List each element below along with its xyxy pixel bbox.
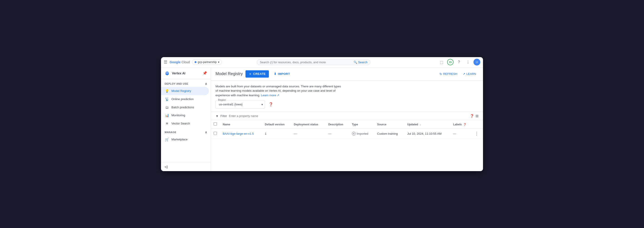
vector-search-icon: ✳ bbox=[165, 122, 169, 126]
row-checkbox[interactable] bbox=[214, 132, 217, 135]
select-all-checkbox[interactable] bbox=[214, 123, 217, 126]
create-plus-icon: ＋ bbox=[249, 72, 252, 76]
table-row: BAAI-bge-large-en-v1.5 1 — — bbox=[211, 129, 483, 139]
create-button[interactable]: ＋ CREATE bbox=[246, 70, 269, 78]
user-avatar[interactable]: U bbox=[474, 59, 480, 66]
sidebar-item-monitoring-label: Monitoring bbox=[172, 113, 185, 117]
view-toggle-icon[interactable]: ⊞ bbox=[476, 114, 478, 118]
region-label: Region bbox=[218, 98, 226, 101]
filter-input[interactable] bbox=[229, 114, 468, 118]
row-type-label: Imported bbox=[357, 132, 368, 135]
sidebar-section-deploy-chevron-icon[interactable]: ∧ bbox=[205, 82, 207, 85]
shell-icon-button[interactable]: ⬚ bbox=[438, 58, 445, 66]
refresh-button[interactable]: ↻ REFRESH bbox=[437, 71, 460, 77]
top-bar-right-actions: ⬚ 15 ? ⋮ U bbox=[438, 58, 480, 66]
row-source-cell: Custom training bbox=[374, 129, 405, 139]
vertex-ai-logo-icon bbox=[165, 71, 170, 76]
import-button[interactable]: ⬇ IMPORT bbox=[271, 71, 293, 77]
sidebar-item-online-prediction[interactable]: 📡 Online prediction bbox=[161, 95, 209, 103]
sidebar-header: Vertex AI 📌 bbox=[161, 68, 211, 79]
logo-cloud-text: Cloud bbox=[182, 60, 190, 64]
sidebar-item-batch-predictions-label: Batch predictions bbox=[172, 105, 194, 109]
sidebar-item-vector-search[interactable]: ✳ Vector Search bbox=[161, 120, 209, 128]
sidebar-item-online-prediction-label: Online prediction bbox=[172, 97, 194, 101]
sidebar-section-manage-chevron-icon[interactable]: ∧ bbox=[205, 130, 207, 134]
row-updated-cell: Jul 10, 2024, 11:10:55 AM bbox=[404, 129, 450, 139]
row-default-version-cell: 1 bbox=[262, 129, 291, 139]
sidebar-collapse-button[interactable]: ◁ bbox=[161, 162, 211, 171]
refresh-icon: ↻ bbox=[440, 72, 442, 76]
google-cloud-logo: Google Cloud bbox=[170, 60, 190, 64]
notification-badge[interactable]: 15 bbox=[447, 59, 454, 65]
row-labels: — bbox=[453, 132, 456, 135]
sidebar-item-vector-search-label: Vector Search bbox=[172, 122, 190, 125]
row-name-cell: BAAI-bge-large-en-v1.5 bbox=[220, 129, 262, 139]
pin-icon[interactable]: 📌 bbox=[202, 71, 207, 75]
region-select-wrapper: Region us-central1 (Iowa) us-east1 (S. C… bbox=[216, 100, 265, 108]
project-dot-icon bbox=[194, 61, 196, 63]
more-options-button[interactable]: ⋮ bbox=[464, 58, 472, 66]
table-header-description: Description bbox=[326, 120, 349, 129]
sort-updated-icon[interactable]: ↓ bbox=[420, 123, 421, 126]
avatar-placeholder: U bbox=[476, 61, 478, 64]
help-icon-button[interactable]: ? bbox=[455, 58, 462, 66]
project-name: gcp-partnership bbox=[198, 61, 217, 64]
external-link-icon: ↗ bbox=[277, 93, 279, 97]
hamburger-menu-icon[interactable]: ☰ bbox=[164, 60, 167, 65]
online-prediction-icon: 📡 bbox=[165, 97, 169, 101]
sidebar-item-marketplace-label: Marketplace bbox=[172, 138, 188, 141]
sidebar-item-marketplace[interactable]: 🛒 Marketplace bbox=[161, 135, 209, 144]
learn-button[interactable]: ↗ LEARN bbox=[460, 71, 478, 77]
top-bar: ☰ Google Cloud gcp-partnership ▾ 🔍 Searc… bbox=[161, 57, 483, 68]
import-icon: ⬇ bbox=[274, 72, 276, 76]
sidebar-item-model-registry[interactable]: 💡 Model Registry bbox=[161, 87, 209, 95]
table-header-updated: Updated ↓ bbox=[404, 120, 450, 129]
table-header-deployment-status: Deployment status bbox=[291, 120, 326, 129]
logo-google-text: Google bbox=[170, 60, 180, 64]
global-search-input[interactable] bbox=[260, 61, 352, 64]
filter-right-actions: ❓ ⊞ bbox=[470, 114, 478, 118]
row-checkbox-cell bbox=[211, 129, 220, 139]
row-more-options-icon[interactable]: ⋮ bbox=[474, 131, 479, 136]
sidebar-app-name: Vertex AI bbox=[172, 71, 185, 75]
batch-predictions-icon: 🗂 bbox=[165, 105, 169, 109]
sidebar-collapse-icon: ◁ bbox=[165, 165, 167, 169]
sidebar-item-batch-predictions[interactable]: 🗂 Batch predictions bbox=[161, 103, 209, 111]
header-actions: ＋ CREATE ⬇ IMPORT bbox=[246, 70, 293, 78]
sidebar-section-manage: MANAGE ∧ bbox=[161, 128, 211, 135]
row-type-cell: ⊕ Imported bbox=[349, 129, 374, 139]
row-deployment-status: — bbox=[294, 132, 297, 135]
table-header-labels: Labels ❓ bbox=[450, 120, 472, 129]
search-button[interactable]: 🔍 Search bbox=[354, 61, 368, 64]
labels-help-icon[interactable]: ❓ bbox=[463, 123, 466, 126]
model-name-link[interactable]: BAAI-bge-large-en-v1.5 bbox=[223, 132, 254, 135]
filter-help-icon[interactable]: ❓ bbox=[470, 114, 474, 118]
region-help-icon[interactable]: ❓ bbox=[269, 102, 273, 106]
main-content: Model Registry ＋ CREATE ⬇ IMPORT ↻ REFRE… bbox=[211, 68, 483, 171]
models-table: Name Default version Deployment status D… bbox=[211, 120, 483, 139]
row-actions-cell: ⋮ bbox=[472, 129, 483, 139]
row-updated: Jul 10, 2024, 11:10:55 AM bbox=[407, 132, 442, 135]
monitoring-icon: 📊 bbox=[165, 113, 169, 118]
filter-bar: ▼ Filter ❓ ⊞ bbox=[211, 112, 483, 120]
search-icon: 🔍 bbox=[354, 61, 357, 64]
sidebar-item-model-registry-label: Model Registry bbox=[172, 89, 191, 93]
content-header: Model Registry ＋ CREATE ⬇ IMPORT ↻ REFRE… bbox=[211, 68, 483, 80]
model-registry-icon: 💡 bbox=[165, 89, 169, 93]
sidebar-item-monitoring[interactable]: 📊 Monitoring bbox=[161, 111, 209, 120]
description-block: Models are built from your datasets or u… bbox=[211, 80, 347, 99]
project-selector[interactable]: gcp-partnership ▾ bbox=[192, 59, 222, 65]
learn-icon: ↗ bbox=[463, 72, 465, 76]
header-right-actions: ↻ REFRESH ↗ LEARN bbox=[437, 71, 478, 77]
global-search-bar: 🔍 Search bbox=[257, 59, 370, 65]
sidebar-section-deploy-label: DEPLOY AND USE bbox=[165, 82, 188, 85]
row-description: — bbox=[328, 132, 331, 135]
table-header-default-version: Default version bbox=[262, 120, 291, 129]
page-title: Model Registry bbox=[216, 71, 243, 76]
filter-label: Filter bbox=[220, 114, 227, 118]
learn-more-link[interactable]: Learn more ↗ bbox=[261, 93, 279, 97]
table-body: BAAI-bge-large-en-v1.5 1 — — bbox=[211, 129, 483, 139]
table-header: Name Default version Deployment status D… bbox=[211, 120, 483, 129]
row-default-version: 1 bbox=[265, 132, 266, 135]
region-select[interactable]: us-central1 (Iowa) us-east1 (S. Carolina… bbox=[218, 100, 263, 108]
